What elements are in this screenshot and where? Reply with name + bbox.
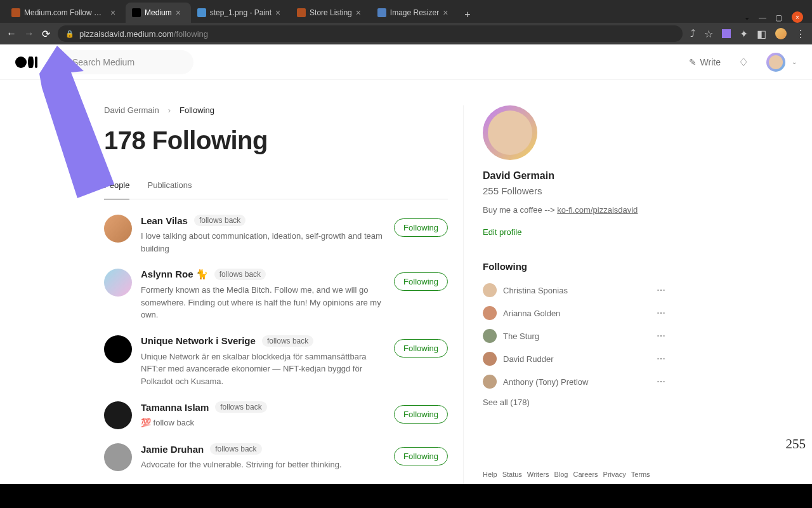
avatar[interactable] [483,329,497,343]
menu-icon[interactable]: ⋮ [796,28,806,40]
avatar[interactable] [104,269,132,297]
footer-link[interactable]: Privacy [603,471,626,478]
avatar[interactable] [483,306,497,320]
footer-link[interactable]: Blog [554,471,568,478]
counter-label: 255 [786,436,806,452]
user-name[interactable]: Tamanna Islam [141,402,209,413]
close-icon[interactable]: × [176,8,185,17]
avatar[interactable] [766,53,785,72]
profile-icon[interactable] [775,28,787,39]
see-all-link[interactable]: See all (178) [483,398,666,407]
browser-tab[interactable]: Medium× [126,3,191,23]
user-name[interactable]: David Rudder [503,354,650,364]
page-title: 178 Following [104,126,448,155]
user-bio: 💯 follow back [141,417,385,429]
notifications-icon[interactable]: ♢ [738,55,749,69]
forward-button[interactable]: → [24,28,34,39]
follows-back-badge: follows back [215,401,266,413]
following-button[interactable]: Following [394,272,448,291]
tab-bar: Medium.com Follow Back× Medium× step_1.p… [0,0,812,23]
user-name[interactable]: Aslynn Roe 🐈 [141,269,208,280]
star-icon[interactable]: ☆ [704,28,713,40]
close-window-button[interactable]: × [792,11,803,23]
avatar[interactable] [483,352,497,366]
site-header: 🔍 Search Medium ✎ Write ♢ ⌄ [0,44,812,80]
minimize-icon[interactable]: — [759,13,766,21]
user-name[interactable]: Anthony (Tony) Pretlow [503,377,650,387]
tab-people[interactable]: People [104,180,129,199]
avatar[interactable] [104,215,132,243]
new-tab-button[interactable]: + [458,6,476,23]
share-icon[interactable]: ⤴ [690,28,695,39]
list-item: Lean Vilasfollows back I love talking ab… [104,215,448,255]
user-name[interactable]: Arianna Golden [503,309,650,318]
footer-link[interactable]: Terms [631,471,650,478]
chevron-down-icon[interactable]: ⌄ [744,13,750,22]
back-button[interactable]: ← [6,28,16,39]
browser-tab[interactable]: Medium.com Follow Back× [5,3,126,23]
chevron-down-icon[interactable]: ⌄ [792,58,797,65]
avatar[interactable] [104,443,132,471]
following-button[interactable]: Following [394,218,448,237]
list-item: Anthony (Tony) Pretlow⋯ [483,375,666,389]
reload-button[interactable]: ⟳ [42,28,50,40]
avatar[interactable] [104,401,132,429]
follows-back-badge: follows back [210,443,261,455]
extension-icon[interactable] [722,29,731,38]
medium-logo[interactable] [15,57,37,68]
more-icon[interactable]: ⋯ [657,308,666,318]
footer-link[interactable]: Writers [527,471,549,478]
more-icon[interactable]: ⋯ [657,331,666,341]
chevron-right-icon: › [168,105,171,115]
search-input[interactable]: 🔍 Search Medium [48,50,193,74]
user-name[interactable]: Jamie Druhan [141,444,204,455]
avatar[interactable] [483,283,497,297]
side-panel-icon[interactable]: ◧ [757,28,766,40]
edit-profile-link[interactable]: Edit profile [483,227,666,237]
extensions-icon[interactable]: ✦ [740,28,748,40]
footer-link[interactable]: Help [483,471,497,478]
list-item: The Sturg⋯ [483,329,666,343]
footer-link[interactable]: Careers [573,471,598,478]
footer-link[interactable]: Status [502,471,522,478]
bio-link[interactable]: ko-fi.com/pizzaisdavid [557,205,638,215]
close-icon[interactable]: × [110,8,119,17]
user-name[interactable]: The Sturg [503,331,650,341]
user-name[interactable]: Lean Vilas [141,215,188,226]
user-name[interactable]: Christina Sponias [503,286,650,295]
follows-back-badge: follows back [194,215,246,226]
more-icon[interactable]: ⋯ [657,354,666,364]
follows-back-badge: follows back [262,335,313,347]
follows-back-badge: follows back [214,269,266,280]
list-item: David Rudder⋯ [483,352,666,366]
user-name[interactable]: Unique Network i Sverige [141,335,256,346]
avatar[interactable] [104,335,132,363]
address-bar: ← → ⟳ 🔒 pizzaisdavid.medium.com/followin… [0,23,812,44]
user-bio: I love talking about communication, idea… [141,230,385,255]
close-icon[interactable]: × [275,8,284,17]
write-button[interactable]: ✎ Write [689,57,721,67]
close-icon[interactable]: × [356,8,365,17]
browser-tab[interactable]: Image Resizer× [371,3,458,23]
tab-publications[interactable]: Publications [147,180,192,199]
list-item: Arianna Golden⋯ [483,306,666,320]
more-icon[interactable]: ⋯ [657,377,666,387]
close-icon[interactable]: × [443,8,452,17]
following-button[interactable]: Following [394,405,448,424]
avatar[interactable] [483,375,497,389]
following-button[interactable]: Following [394,339,448,358]
list-item: Unique Network i Sverigefollows back Uni… [104,335,448,388]
more-icon[interactable]: ⋯ [657,285,666,295]
breadcrumb-root[interactable]: David Germain [104,105,159,115]
url-input[interactable]: 🔒 pizzaisdavid.medium.com/following [58,25,683,42]
browser-tab[interactable]: step_1.png - Paint× [191,3,291,23]
profile-bio: Buy me a coffee --> ko-fi.com/pizzaisdav… [483,205,666,215]
followers-count[interactable]: 255 Followers [483,185,666,196]
tabs: People Publications [104,180,448,199]
profile-avatar[interactable] [483,105,537,160]
list-item: Tamanna Islamfollows back 💯 follow back … [104,401,448,429]
maximize-icon[interactable]: ▢ [775,13,783,21]
browser-tab[interactable]: Store Listing× [291,3,371,23]
footer-links: HelpStatusWritersBlogCareersPrivacyTerms… [483,471,666,484]
following-button[interactable]: Following [394,447,448,465]
